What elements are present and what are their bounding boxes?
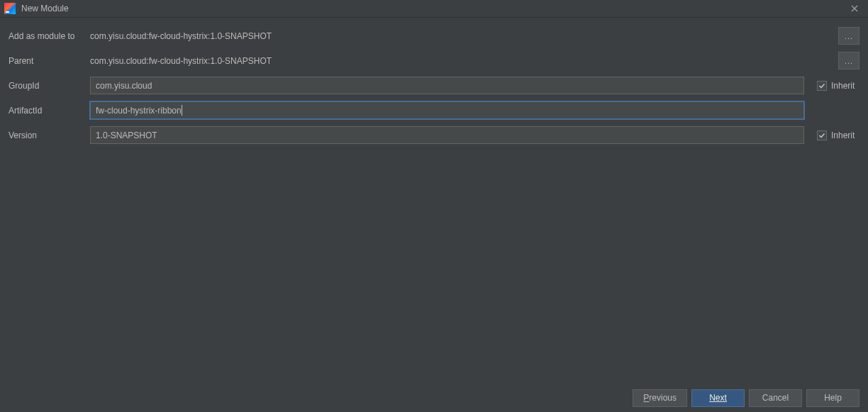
close-icon — [851, 5, 858, 12]
label-version: Version — [9, 130, 90, 140]
previous-label-rest: revious — [649, 393, 677, 403]
close-button[interactable] — [845, 2, 864, 15]
cancel-label: Cancel — [762, 393, 789, 403]
row-parent: Parent com.yisu.cloud:fw-cloud-hystrix:1… — [9, 52, 859, 69]
cancel-button[interactable]: Cancel — [749, 389, 802, 407]
checkbox-version-inherit[interactable] — [817, 130, 827, 140]
previous-button[interactable]: Previous — [633, 389, 687, 407]
help-button[interactable]: Help — [806, 389, 859, 407]
form-area: Add as module to com.yisu.cloud:fw-cloud… — [0, 18, 868, 144]
row-version: Version Inherit — [9, 126, 859, 144]
value-add-as-module: com.yisu.cloud:fw-cloud-hystrix:1.0-SNAP… — [90, 31, 838, 41]
input-artifactid[interactable]: fw-cloud-hystrix-ribbon — [90, 101, 804, 119]
text-cursor — [182, 105, 182, 116]
label-groupid-inherit: Inherit — [831, 81, 855, 91]
row-groupid: GroupId Inherit — [9, 77, 859, 94]
check-icon — [818, 82, 825, 89]
check-icon — [818, 132, 825, 139]
label-artifactid: ArtifactId — [9, 106, 90, 116]
row-add-as-module: Add as module to com.yisu.cloud:fw-cloud… — [9, 27, 859, 45]
browse-module-button[interactable]: ... — [838, 27, 859, 45]
next-label: Next — [709, 393, 727, 403]
help-label: Help — [824, 393, 842, 403]
label-groupid: GroupId — [9, 81, 90, 91]
input-artifactid-text: fw-cloud-hystrix-ribbon — [96, 106, 182, 116]
checkbox-groupid-inherit[interactable] — [817, 81, 827, 91]
input-groupid[interactable] — [90, 77, 804, 94]
button-bar: Previous Next Cancel Help — [0, 384, 868, 412]
value-parent: com.yisu.cloud:fw-cloud-hystrix:1.0-SNAP… — [90, 56, 838, 66]
row-artifactid: ArtifactId fw-cloud-hystrix-ribbon — [9, 101, 859, 119]
window-title: New Module — [21, 4, 845, 13]
title-bar: New Module — [0, 0, 868, 18]
label-add-as-module: Add as module to — [9, 31, 90, 41]
next-button[interactable]: Next — [691, 389, 745, 407]
label-version-inherit: Inherit — [831, 130, 855, 140]
intellij-icon — [4, 3, 16, 14]
label-parent: Parent — [9, 56, 90, 66]
browse-parent-button[interactable]: ... — [838, 52, 859, 69]
input-version[interactable] — [90, 126, 804, 144]
